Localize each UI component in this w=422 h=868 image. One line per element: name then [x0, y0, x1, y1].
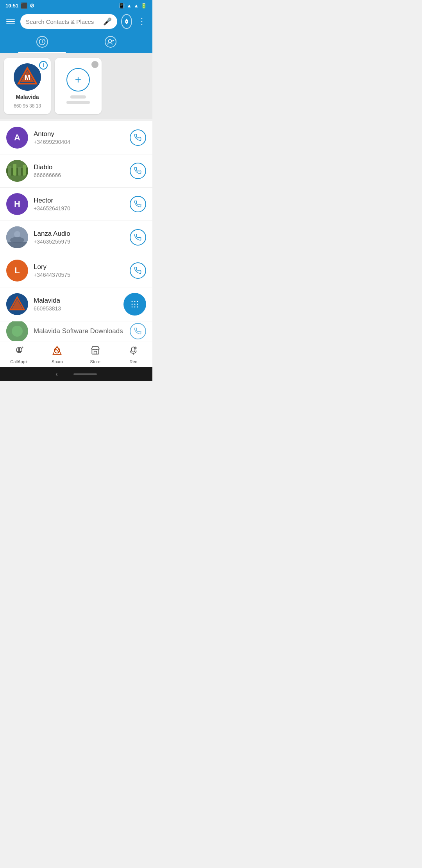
battery-icon: 🔋	[141, 3, 147, 9]
contact-name-antony: Antony	[34, 130, 124, 138]
featured-card-malavida[interactable]: i M Malavida 660 95 38 13	[4, 58, 51, 114]
toolbar: 🎤 ⋮	[0, 11, 152, 32]
store-icon	[90, 345, 100, 358]
contact-info-malavida: Malavida 660953813	[34, 297, 118, 312]
contact-info-malavida-software: Malavida Software Downloads	[34, 327, 124, 335]
nav-item-store[interactable]: Store	[76, 341, 114, 367]
dialpad-fab-button[interactable]	[123, 293, 146, 316]
contact-name-diablo: Diablo	[34, 163, 124, 171]
tab-recent[interactable]	[8, 32, 76, 53]
add-contact-card[interactable]: +	[55, 58, 102, 114]
callapp-icon: +	[14, 345, 24, 358]
svg-point-32	[18, 348, 20, 350]
contact-phone-antony: +34699290404	[34, 139, 124, 145]
avatar-lanza-audio	[6, 226, 28, 248]
svg-point-25	[137, 304, 138, 305]
svg-point-30	[12, 326, 23, 337]
contact-item-hector[interactable]: H Hector +34652641970	[0, 188, 152, 221]
call-button-malavida-software[interactable]	[130, 323, 146, 339]
rocket-button[interactable]	[121, 14, 132, 29]
back-button[interactable]: ‹	[55, 371, 57, 378]
search-input[interactable]	[26, 18, 100, 25]
svg-point-21	[134, 301, 136, 302]
home-pill[interactable]	[73, 373, 97, 375]
svg-point-22	[137, 301, 138, 302]
dnd-icon: ⊘	[30, 2, 34, 9]
info-badge[interactable]: i	[39, 61, 48, 70]
avatar-lory: L	[6, 260, 28, 282]
avatar-diablo	[6, 160, 28, 182]
contact-name-malavida-software: Malavida Software Downloads	[34, 327, 124, 335]
call-button-lanza-audio[interactable]	[130, 229, 146, 246]
avatar-malavida-list	[6, 293, 28, 315]
contact-info-hector: Hector +34652641970	[34, 197, 124, 212]
search-bar[interactable]: 🎤	[20, 14, 117, 29]
contact-item-malavida-software[interactable]: Malavida Software Downloads	[0, 321, 152, 341]
add-contact-lines	[66, 95, 90, 104]
svg-point-28	[137, 307, 138, 308]
featured-name-malavida: Malavida	[16, 94, 39, 100]
contact-name-lory: Lory	[34, 263, 124, 271]
contact-item-diablo[interactable]: Diablo 666666666	[0, 154, 152, 188]
contact-name-lanza-audio: Lanza Audio	[34, 230, 124, 238]
contact-phone-diablo: 666666666	[34, 172, 124, 178]
call-button-hector[interactable]	[130, 196, 146, 212]
svg-rect-11	[18, 167, 21, 176]
svg-rect-12	[23, 165, 26, 176]
svg-point-23	[132, 304, 133, 305]
status-time: 10:51	[5, 3, 18, 9]
tab-contacts-favorites[interactable]	[76, 32, 145, 53]
contacts-list: A Antony +34699290404 Diablo 666666666	[0, 121, 152, 341]
contact-item-antony[interactable]: A Antony +34699290404	[0, 121, 152, 154]
contact-phone-hector: +34652641970	[34, 205, 124, 212]
signal-icon: ▲	[134, 3, 139, 9]
featured-phone-malavida: 660 95 38 13	[14, 103, 41, 109]
spam-icon	[52, 345, 62, 358]
svg-text:M: M	[25, 74, 30, 81]
nav-label-rec: Rec	[129, 359, 137, 364]
nav-label-store: Store	[90, 359, 100, 364]
contact-item-malavida[interactable]: Malavida 660953813	[0, 287, 152, 321]
contact-name-malavida: Malavida	[34, 297, 118, 305]
rec-icon	[128, 345, 138, 358]
svg-point-26	[132, 307, 133, 308]
call-button-antony[interactable]	[130, 129, 146, 146]
recent-tab-icon	[36, 36, 48, 48]
svg-point-20	[132, 301, 133, 302]
nav-item-spam[interactable]: Spam	[38, 341, 77, 367]
svg-point-27	[134, 307, 136, 308]
system-nav: ‹	[0, 367, 152, 381]
hamburger-button[interactable]	[5, 17, 16, 26]
nav-label-spam: Spam	[52, 359, 63, 364]
tabs-bar	[0, 32, 152, 53]
avatar-malavida-software	[6, 321, 28, 341]
svg-point-0	[126, 21, 127, 22]
contact-item-lanza-audio[interactable]: Lanza Audio +34635255979	[0, 221, 152, 254]
call-button-lory[interactable]	[130, 262, 146, 279]
svg-rect-16	[6, 242, 28, 248]
contact-phone-lanza-audio: +34635255979	[34, 239, 124, 245]
more-options-button[interactable]: ⋮	[136, 15, 148, 28]
vibrate-icon: 📳	[118, 3, 125, 9]
mic-icon[interactable]: 🎤	[103, 17, 112, 26]
dot-badge	[91, 61, 98, 68]
svg-rect-38	[94, 352, 97, 354]
avatar-hector: H	[6, 193, 28, 215]
contact-info-lory: Lory +34644370575	[34, 263, 124, 278]
nav-item-rec[interactable]: Rec	[114, 341, 153, 367]
svg-rect-10	[13, 164, 16, 176]
add-circle-icon: +	[66, 68, 90, 91]
nav-item-callapp[interactable]: + CallApp+	[0, 341, 38, 367]
avatar-antony: A	[6, 127, 28, 149]
call-button-diablo[interactable]	[130, 163, 146, 179]
svg-rect-9	[8, 166, 11, 176]
bottom-nav: + CallApp+ Spam Store	[0, 341, 152, 367]
contact-info-diablo: Diablo 666666666	[34, 163, 124, 178]
nav-label-callapp: CallApp+	[10, 359, 28, 364]
screenshot-icon: ⬛	[21, 2, 27, 9]
svg-point-2	[108, 39, 111, 43]
contact-name-hector: Hector	[34, 197, 124, 204]
contact-item-lory[interactable]: L Lory +34644370575	[0, 254, 152, 287]
contact-phone-malavida: 660953813	[34, 305, 118, 312]
status-bar: 10:51 ⬛ ⊘ 📳 ▲ ▲ 🔋	[0, 0, 152, 11]
